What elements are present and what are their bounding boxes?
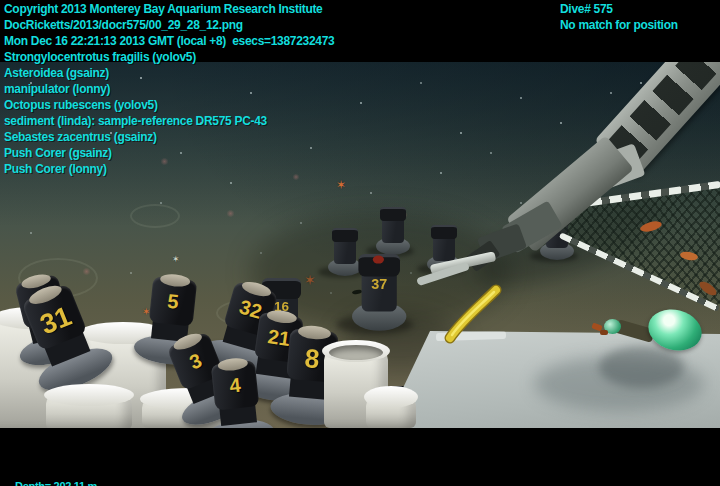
pink-urchin [226, 210, 235, 217]
filepath-line: DocRicketts/2013/docr575/00_29_28_12.png [4, 18, 243, 32]
timestamp-line: Mon Dec 16 22:21:13 2013 GMT (local +8) … [4, 34, 334, 48]
pink-urchin [160, 158, 169, 165]
push-corer: 37 [352, 254, 406, 337]
annotation-line: manipulator (lonny) [4, 82, 110, 96]
corer-cap-marker [373, 256, 384, 264]
starfish: ✶ [172, 254, 180, 264]
sediment-ring [130, 204, 180, 228]
corer-bucket [366, 396, 416, 428]
annotation-line: Sebastes zacentrus (gsainz) [4, 130, 157, 144]
push-corer: 4 [206, 362, 276, 428]
copyright-line: Copyright 2013 Monterey Bay Aquarium Res… [4, 2, 322, 16]
corer-number: 37 [352, 276, 406, 292]
status-bar: Depth= 202.11 m Temp= 9.185 C Sal= 33.99… [4, 468, 109, 486]
video-frame: ✶ ✶ ✶ ✶ ✶ 37 16 [0, 0, 720, 486]
pink-urchin [292, 174, 300, 180]
pink-urchin [82, 268, 91, 275]
position-status: No match for position [560, 18, 678, 32]
annotation-line: Asteroidea (gsainz) [4, 66, 109, 80]
starfish: ✶ [336, 178, 346, 192]
corer-number: 4 [212, 372, 258, 399]
debris [600, 330, 608, 335]
annotation-line: Push Corer (lonny) [4, 162, 107, 176]
corer-bucket [46, 394, 132, 428]
push-corer [376, 207, 410, 259]
annotation-line: Strongylocentrotus fragilis (yolov5) [4, 50, 196, 64]
marine-snow [0, 62, 2, 64]
dive-number: Dive# 575 [560, 2, 613, 16]
tray-edge [436, 331, 506, 341]
annotation-line: Push Corer (gsainz) [4, 146, 112, 160]
tray-shadow [599, 346, 684, 388]
corer-number: 5 [150, 288, 196, 315]
annotation-line: sediment (linda): sample-reference DR575… [4, 114, 267, 128]
annotation-line: Octopus rubescens (yolov5) [4, 98, 158, 112]
depth-readout: Depth= 202.11 m [15, 480, 97, 486]
